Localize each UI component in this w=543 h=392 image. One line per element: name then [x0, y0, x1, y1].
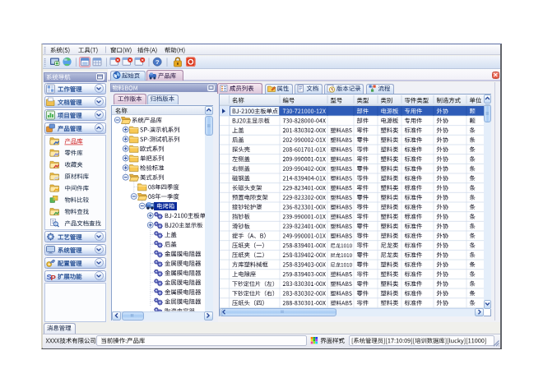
svg-text:?: ? [155, 58, 160, 66]
svg-text:P: P [51, 273, 57, 282]
